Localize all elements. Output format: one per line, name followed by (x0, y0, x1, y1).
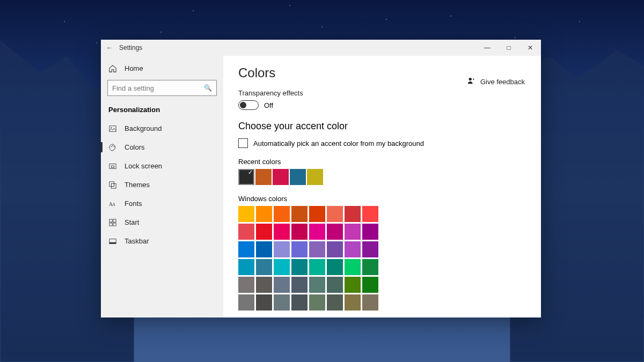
windows-color-swatch[interactable] (238, 277, 254, 293)
svg-rect-11 (109, 219, 112, 221)
titlebar: ← Settings ― □ ✕ (101, 40, 541, 56)
windows-color-swatch[interactable] (256, 241, 272, 257)
windows-color-swatch[interactable] (256, 294, 272, 311)
svg-point-2 (111, 146, 112, 147)
windows-color-swatch[interactable] (345, 224, 361, 240)
sidebar-item-start[interactable]: Start (101, 213, 223, 232)
svg-rect-7 (109, 181, 114, 186)
sidebar-item-lock-screen[interactable]: Lock screen (101, 157, 223, 175)
start-icon (108, 219, 117, 226)
windows-color-swatch[interactable] (274, 259, 290, 275)
windows-color-swatch[interactable] (238, 206, 254, 222)
windows-color-swatch[interactable] (362, 224, 378, 240)
windows-color-swatch[interactable] (256, 259, 272, 275)
feedback-icon (467, 77, 475, 86)
windows-color-swatch[interactable] (291, 241, 308, 257)
windows-color-swatch[interactable] (274, 294, 290, 311)
windows-color-swatch[interactable] (327, 224, 343, 240)
recent-color-swatch[interactable] (255, 169, 272, 185)
accent-section-title: Choose your accent color (238, 121, 526, 132)
sidebar-item-taskbar[interactable]: Taskbar (101, 232, 223, 250)
app-title: Settings (118, 44, 142, 51)
windows-color-swatch[interactable] (309, 206, 325, 222)
windows-color-swatch[interactable] (309, 294, 325, 311)
windows-color-swatch[interactable] (309, 241, 325, 257)
windows-color-swatch[interactable] (256, 206, 272, 222)
svg-point-4 (114, 146, 115, 147)
fonts-icon: AA (108, 200, 117, 208)
sidebar-item-label: Themes (125, 181, 150, 189)
sidebar-item-themes[interactable]: Themes (101, 175, 223, 194)
windows-colors-label: Windows colors (238, 195, 526, 203)
windows-color-swatch[interactable] (274, 224, 290, 240)
recent-color-swatch[interactable] (290, 169, 306, 185)
sidebar-item-background[interactable]: Background (101, 119, 223, 138)
recent-color-swatch[interactable] (307, 169, 323, 185)
home-nav[interactable]: Home (101, 59, 223, 78)
windows-color-swatch[interactable] (309, 224, 325, 240)
windows-color-swatch[interactable] (327, 259, 343, 275)
windows-color-swatch[interactable] (256, 224, 272, 240)
sidebar-item-colors[interactable]: Colors (101, 138, 223, 157)
recent-color-swatch[interactable] (238, 169, 254, 185)
search-input[interactable] (112, 84, 204, 92)
windows-color-swatch[interactable] (327, 277, 343, 293)
windows-color-swatch[interactable] (274, 241, 290, 257)
maximize-button[interactable]: □ (498, 44, 519, 51)
transparency-toggle[interactable] (238, 100, 259, 110)
give-feedback-link[interactable]: Give feedback (467, 77, 525, 86)
windows-color-swatch[interactable] (309, 277, 325, 293)
windows-color-swatch[interactable] (362, 294, 378, 311)
windows-color-swatch[interactable] (274, 206, 290, 222)
windows-color-swatch[interactable] (327, 294, 343, 311)
windows-color-swatch[interactable] (345, 294, 361, 311)
windows-color-swatch[interactable] (345, 259, 361, 275)
back-button[interactable]: ← (101, 44, 118, 51)
windows-color-swatch[interactable] (362, 277, 378, 293)
category-label: Personalization (101, 102, 223, 119)
svg-point-1 (111, 127, 112, 128)
windows-color-swatch[interactable] (291, 277, 308, 293)
svg-rect-16 (109, 242, 116, 243)
windows-color-swatch[interactable] (291, 206, 308, 222)
settings-window: ← Settings ― □ ✕ Home 🔍 Personalization (101, 40, 541, 317)
windows-color-swatch[interactable] (327, 241, 343, 257)
windows-color-swatch[interactable] (291, 224, 308, 240)
transparency-state: Off (264, 101, 273, 109)
transparency-label: Transparency effects (238, 89, 526, 97)
recent-colors-label: Recent colors (238, 158, 526, 166)
windows-color-swatch[interactable] (238, 241, 254, 257)
sidebar-item-label: Background (125, 124, 162, 132)
recent-color-swatch[interactable] (273, 169, 289, 185)
home-label: Home (125, 64, 143, 72)
windows-color-swatch[interactable] (309, 259, 325, 275)
windows-color-swatch[interactable] (274, 277, 290, 293)
windows-color-swatch[interactable] (238, 224, 254, 240)
feedback-label: Give feedback (480, 78, 525, 86)
sidebar-item-label: Taskbar (125, 237, 149, 245)
minimize-button[interactable]: ― (477, 44, 498, 51)
palette-icon (108, 144, 117, 151)
windows-color-swatch[interactable] (291, 259, 308, 275)
auto-pick-checkbox[interactable] (238, 138, 248, 148)
taskbar-icon (108, 238, 117, 245)
windows-color-swatch[interactable] (345, 277, 361, 293)
sidebar-item-label: Colors (125, 143, 145, 151)
windows-color-swatch[interactable] (238, 294, 254, 311)
svg-point-17 (469, 78, 472, 80)
windows-color-swatch[interactable] (362, 259, 378, 275)
windows-color-swatch[interactable] (238, 259, 254, 275)
windows-color-swatch[interactable] (291, 294, 308, 311)
windows-color-swatch[interactable] (327, 206, 343, 222)
windows-color-swatch[interactable] (345, 206, 361, 222)
windows-color-swatch[interactable] (345, 241, 361, 257)
windows-color-swatch[interactable] (362, 241, 378, 257)
close-button[interactable]: ✕ (519, 44, 541, 51)
sidebar-item-fonts[interactable]: AA Fonts (101, 194, 223, 213)
search-box[interactable]: 🔍 (107, 80, 217, 96)
themes-icon (108, 181, 117, 189)
sidebar-item-label: Fonts (125, 200, 142, 208)
windows-color-swatch[interactable] (256, 277, 272, 293)
windows-color-swatch[interactable] (362, 206, 378, 222)
content-area: Colors Transparency effects Off Choose y… (223, 56, 541, 317)
